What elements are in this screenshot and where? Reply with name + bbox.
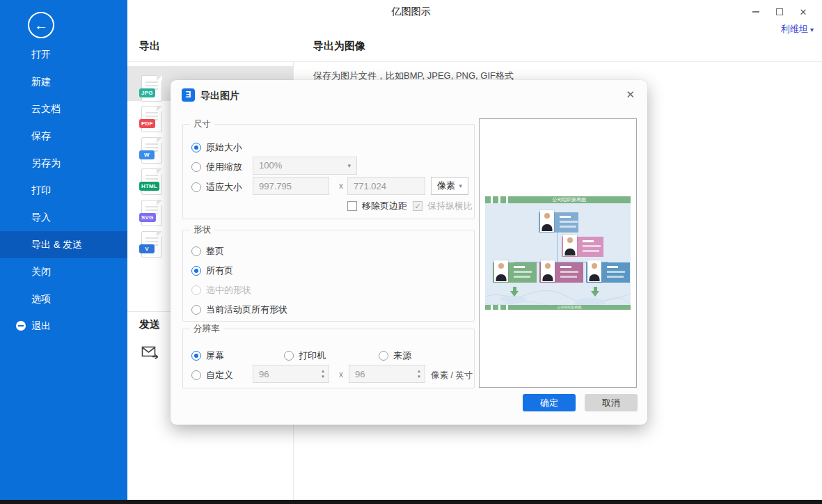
- radio-icon[interactable]: [191, 351, 201, 361]
- dpi-y-stepper[interactable]: ▲ ▼: [414, 365, 424, 382]
- radio-icon: [191, 285, 201, 295]
- fit-width-input[interactable]: [253, 177, 329, 195]
- radio-fit-size[interactable]: 适应大小: [191, 181, 242, 194]
- close-icon: ✕: [800, 7, 807, 17]
- format-item-svg[interactable]: SVG: [137, 200, 168, 228]
- send-section-header: 发送: [139, 318, 160, 331]
- chevron-down-icon: ▾: [810, 26, 814, 33]
- mail-icon: [141, 345, 158, 359]
- radio-custom[interactable]: 自定义: [191, 369, 233, 381]
- radio-icon[interactable]: [284, 351, 294, 361]
- radio-icon[interactable]: [191, 305, 201, 315]
- shape-group: 形状 整页 所有页 选中的形状 当前活动页所有形状: [182, 230, 475, 322]
- app-window: 亿图图示 ✕ 利维坦▾ ← 打开 新建 云文档 保存 另存为 打印 导入 导出 …: [0, 0, 822, 504]
- ok-button[interactable]: 确定: [523, 394, 576, 411]
- sidebar: ← 打开 新建 云文档 保存 另存为 打印 导入 导出 & 发送 关闭 选项 退…: [0, 0, 127, 500]
- close-icon: ✕: [626, 88, 635, 100]
- chart-footer-text: 公司组织架构图: [508, 305, 631, 310]
- svg-file-icon: SVG: [141, 200, 162, 226]
- cancel-button[interactable]: 取消: [585, 394, 638, 411]
- dpi-x-stepper[interactable]: ▲ ▼: [318, 365, 328, 382]
- chart-body: [485, 203, 631, 305]
- sidebar-item-options[interactable]: 选项: [0, 285, 127, 313]
- jpg-file-icon: JPG: [141, 75, 162, 102]
- sidebar-item-close[interactable]: 关闭: [0, 258, 127, 285]
- minimize-icon: [752, 11, 759, 13]
- spinner-down-icon[interactable]: ▼: [321, 375, 325, 379]
- sidebar-item-save[interactable]: 保存: [0, 123, 127, 150]
- exit-icon: [16, 321, 26, 331]
- back-button[interactable]: ←: [28, 12, 54, 38]
- sidebar-item-import[interactable]: 导入: [0, 204, 127, 231]
- radio-all-pages[interactable]: 所有页: [191, 265, 233, 277]
- format-item-html[interactable]: HTML: [137, 168, 168, 196]
- radio-screen[interactable]: 屏幕: [191, 349, 224, 362]
- person-photo: [541, 260, 555, 282]
- sidebar-item-cloud-docs[interactable]: 云文档: [0, 95, 127, 123]
- size-group-legend: 尺寸: [190, 118, 214, 130]
- fit-height-input[interactable]: [347, 177, 425, 195]
- person-photo: [494, 260, 508, 282]
- export-section-header: 导出: [139, 40, 160, 53]
- format-item-jpg[interactable]: JPG: [137, 75, 168, 103]
- format-item-pdf[interactable]: PDF: [137, 106, 168, 134]
- sidebar-item-open[interactable]: 打开: [0, 41, 127, 68]
- size-group: 尺寸 原始大小 使用缩放 100% ▾ 适应大小 x 像素 ▾: [182, 124, 475, 219]
- header-divider: [127, 61, 822, 62]
- radio-source[interactable]: 来源: [379, 349, 411, 362]
- spinner-up-icon[interactable]: ▲: [417, 369, 421, 373]
- radio-printer[interactable]: 打印机: [284, 349, 326, 362]
- pdf-file-icon: PDF: [141, 106, 162, 132]
- send-email-item[interactable]: [141, 345, 158, 362]
- dialog-title: 导出图片: [200, 90, 239, 102]
- close-button[interactable]: ✕: [791, 4, 815, 19]
- radio-icon[interactable]: [379, 351, 388, 361]
- checkbox-remove-page-margin[interactable]: 移除页边距: [347, 200, 407, 212]
- spinner-down-icon[interactable]: ▼: [417, 375, 421, 379]
- checkbox-icon[interactable]: [347, 201, 357, 211]
- zoom-percent-select[interactable]: 100% ▾: [253, 157, 357, 175]
- radio-icon[interactable]: [191, 162, 201, 172]
- format-item-word[interactable]: W: [137, 137, 168, 165]
- checkbox-icon: ✓: [413, 201, 422, 211]
- radio-use-zoom[interactable]: 使用缩放: [191, 161, 242, 173]
- size-unit-select[interactable]: 像素 ▾: [431, 177, 468, 195]
- export-detail-header: 导出为图像: [313, 40, 365, 53]
- person-photo: [540, 210, 554, 232]
- radio-icon[interactable]: [191, 370, 201, 380]
- format-item-visio[interactable]: V: [137, 231, 168, 259]
- radio-original-size[interactable]: 原始大小: [191, 141, 242, 154]
- maximize-icon: [776, 8, 783, 15]
- export-image-dialog: Ǝ 导出图片 ✕ 尺寸 原始大小 使用缩放 100% ▾ 适应大小 x: [171, 80, 647, 425]
- sidebar-item-export-send[interactable]: 导出 & 发送: [0, 231, 127, 258]
- org-card-dept-2: [539, 262, 583, 283]
- back-icon: ←: [34, 17, 48, 33]
- maximize-button[interactable]: [768, 4, 791, 19]
- sidebar-item-exit[interactable]: 退出: [0, 313, 127, 340]
- dialog-close-button[interactable]: ✕: [626, 88, 635, 101]
- dpi-unit-label: 像素 / 英寸: [431, 370, 473, 381]
- window-controls: ✕: [744, 4, 815, 19]
- sidebar-item-new[interactable]: 新建: [0, 68, 127, 95]
- radio-icon[interactable]: [191, 143, 201, 152]
- word-file-icon: W: [141, 137, 162, 164]
- minimize-button[interactable]: [744, 4, 768, 19]
- radio-whole-page[interactable]: 整页: [191, 245, 224, 258]
- sidebar-item-print[interactable]: 打印: [0, 177, 127, 204]
- sidebar-item-save-as[interactable]: 另存为: [0, 150, 127, 177]
- chevron-down-icon: ▾: [347, 157, 351, 174]
- radio-selected-shapes: 选中的形状: [191, 284, 251, 297]
- org-card-ceo: [539, 212, 578, 233]
- org-card-assistant: [562, 237, 603, 257]
- spinner-up-icon[interactable]: ▲: [321, 369, 325, 373]
- times-separator: x: [339, 370, 343, 379]
- down-arrow-icon: [591, 287, 600, 297]
- radio-icon[interactable]: [191, 266, 201, 276]
- radio-active-page-shapes[interactable]: 当前活动页所有形状: [191, 304, 287, 316]
- window-title: 亿图图示: [392, 6, 431, 18]
- user-account-menu[interactable]: 利维坦▾: [781, 23, 814, 36]
- radio-icon[interactable]: [191, 246, 201, 256]
- chart-footer-bar: 公司组织架构图: [485, 305, 631, 310]
- radio-icon[interactable]: [191, 182, 201, 192]
- down-arrow-icon: [510, 287, 519, 297]
